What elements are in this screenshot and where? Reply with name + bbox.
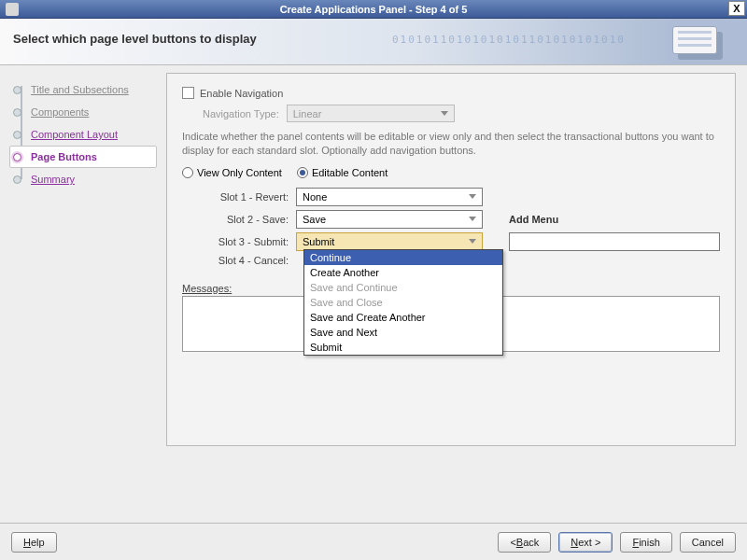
step-dot-icon bbox=[13, 131, 21, 139]
page-heading: Select which page level buttons to displ… bbox=[13, 32, 736, 46]
close-button[interactable]: X bbox=[728, 1, 745, 16]
slot-3-value: Submit bbox=[303, 236, 334, 247]
step-page-buttons[interactable]: Page Buttons bbox=[9, 146, 157, 168]
back-button[interactable]: < Back bbox=[498, 532, 551, 553]
slot-4-label: Slot 4 - Cancel: bbox=[195, 255, 289, 266]
slot-3-select[interactable]: Submit bbox=[296, 232, 483, 251]
content-mode-group: View Only Content Editable Content bbox=[182, 167, 720, 178]
step-label: Components bbox=[31, 106, 89, 118]
navigation-type-label: Navigation Type: bbox=[203, 108, 279, 119]
navigation-type-select: Linear bbox=[287, 105, 455, 122]
dropdown-option[interactable]: Submit bbox=[304, 340, 502, 355]
next-button[interactable]: Next > bbox=[558, 532, 613, 553]
view-only-radio-label[interactable]: View Only Content bbox=[182, 167, 282, 178]
step-title-subsections: Title and Subsections bbox=[13, 78, 157, 101]
step-label: Summary bbox=[31, 174, 75, 185]
step-component-layout[interactable]: Component Layout bbox=[13, 123, 157, 146]
steps-sidebar: Title and Subsections Components Compone… bbox=[0, 65, 166, 521]
slot-2-row: Slot 2 - Save: Save Add Menu bbox=[195, 210, 720, 229]
cancel-button[interactable]: Cancel bbox=[680, 532, 736, 553]
editable-radio-label[interactable]: Editable Content bbox=[297, 167, 388, 178]
step-label: Component Layout bbox=[31, 129, 118, 140]
enable-navigation-row: Enable Navigation bbox=[182, 87, 720, 99]
header-thumbnail-icon bbox=[672, 26, 728, 62]
step-dot-icon bbox=[13, 175, 21, 184]
enable-navigation-label: Enable Navigation bbox=[200, 88, 283, 99]
chevron-down-icon bbox=[469, 217, 476, 221]
dropdown-option[interactable]: Create Another bbox=[304, 265, 502, 280]
step-label: Page Buttons bbox=[31, 151, 97, 162]
view-only-radio[interactable] bbox=[182, 167, 193, 178]
slot-1-select[interactable]: None bbox=[296, 188, 483, 206]
add-menu-input[interactable] bbox=[509, 232, 720, 251]
step-dot-icon bbox=[13, 108, 21, 117]
wizard-header: Select which page level buttons to displ… bbox=[0, 19, 747, 65]
slot-1-row: Slot 1 - Revert: None bbox=[195, 188, 720, 206]
window-title: Create Applications Panel - Step 4 of 5 bbox=[0, 4, 747, 15]
add-menu-label: Add Menu bbox=[509, 214, 558, 225]
help-button[interactable]: Help bbox=[11, 532, 57, 553]
dropdown-option: Save and Close bbox=[304, 295, 502, 310]
step-summary[interactable]: Summary bbox=[13, 168, 157, 190]
step-components: Components bbox=[13, 101, 157, 123]
navigation-type-row: Navigation Type: Linear bbox=[203, 105, 720, 122]
config-panel: Enable Navigation Navigation Type: Linea… bbox=[166, 73, 736, 446]
dropdown-option[interactable]: Save and Create Another bbox=[304, 310, 502, 325]
editable-radio[interactable] bbox=[297, 167, 308, 178]
chevron-down-icon bbox=[469, 239, 476, 244]
slot-3-row: Slot 3 - Submit: Submit bbox=[195, 232, 720, 251]
enable-navigation-checkbox[interactable] bbox=[182, 87, 194, 99]
wizard-footer: Help < Back Next > Finish Cancel bbox=[0, 523, 747, 560]
step-dot-icon bbox=[13, 86, 21, 94]
slot-2-value: Save bbox=[303, 214, 326, 225]
chevron-down-icon bbox=[441, 111, 448, 116]
slot-3-dropdown[interactable]: Continue Create Another Save and Continu… bbox=[303, 249, 503, 356]
navigation-type-value: Linear bbox=[293, 108, 322, 119]
slot-2-label: Slot 2 - Save: bbox=[195, 214, 289, 225]
dropdown-option[interactable]: Save and Next bbox=[304, 325, 502, 340]
slot-1-label: Slot 1 - Revert: bbox=[195, 191, 289, 203]
chevron-down-icon bbox=[469, 194, 476, 199]
dropdown-option[interactable]: Continue bbox=[304, 250, 502, 265]
dropdown-option: Save and Continue bbox=[304, 280, 502, 295]
title-bar: Create Applications Panel - Step 4 of 5 … bbox=[0, 0, 747, 19]
help-text: Indicate whether the panel contents will… bbox=[182, 130, 720, 158]
step-dot-icon bbox=[13, 153, 21, 161]
decorative-binary: 01010110101010101101010101010 bbox=[392, 34, 626, 46]
slot-1-value: None bbox=[303, 191, 327, 203]
step-label: Title and Subsections bbox=[31, 84, 129, 95]
slot-2-select[interactable]: Save bbox=[296, 210, 483, 229]
slot-3-label: Slot 3 - Submit: bbox=[195, 236, 289, 247]
finish-button[interactable]: Finish bbox=[620, 532, 671, 553]
